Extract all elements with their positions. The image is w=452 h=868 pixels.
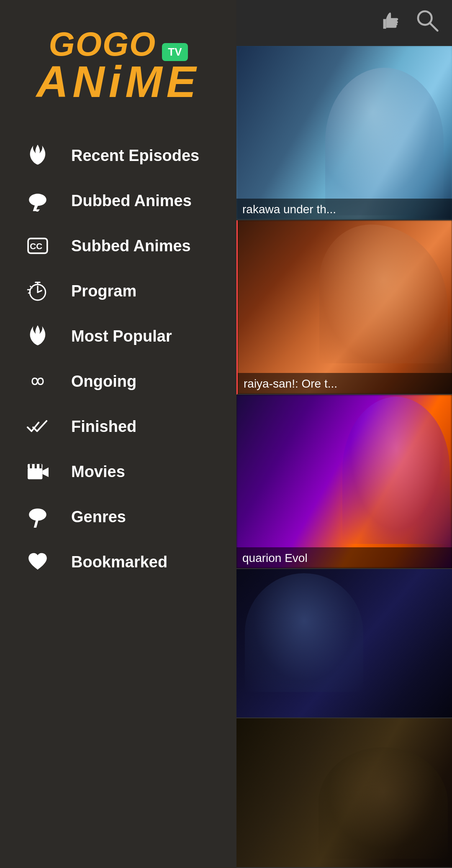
svg-rect-15 [30, 464, 32, 468]
cc-icon-subbed: CC [25, 235, 50, 257]
content-item-3[interactable]: quarion Evol [236, 395, 452, 569]
flame-icon-recent [25, 145, 50, 166]
nav-item-dubbed-animes[interactable]: Dubbed Animes [0, 178, 236, 223]
nav-menu: Recent Episodes Dubbed Animes CC [0, 120, 236, 851]
svg-rect-17 [39, 464, 41, 468]
nav-label-program: Program [71, 282, 136, 300]
right-panel: rakawa under th... raiya-san!: Ore t... … [236, 0, 452, 868]
nav-item-ongoing[interactable]: Ongoing [0, 359, 236, 404]
svg-rect-12 [28, 468, 42, 479]
logo-anime: ANiME [36, 59, 200, 104]
svg-text:CC: CC [30, 241, 42, 251]
nav-label-most-popular: Most Popular [71, 327, 172, 345]
nav-label-movies: Movies [71, 463, 125, 481]
search-button[interactable] [415, 8, 439, 38]
logo-area: GOGO TV ANiME [0, 0, 236, 120]
svg-marker-13 [42, 467, 49, 477]
nav-label-dubbed-animes: Dubbed Animes [71, 192, 192, 210]
nav-item-finished[interactable]: Finished [0, 404, 236, 449]
content-label-2: raiya-san!: Ore t... [238, 373, 452, 395]
nav-item-subbed-animes[interactable]: CC Subbed Animes [0, 223, 236, 268]
content-list: rakawa under th... raiya-san!: Ore t... … [236, 46, 452, 868]
main-container: GOGO TV ANiME Recent Episodes [0, 0, 452, 868]
timer-icon-program [25, 280, 50, 302]
cloud-bolt-icon-dubbed [25, 190, 50, 212]
heart-icon-bookmarked [25, 551, 50, 573]
svg-line-21 [430, 23, 438, 31]
logo: GOGO TV ANiME [36, 25, 200, 104]
nav-label-ongoing: Ongoing [71, 373, 136, 391]
content-label-3: quarion Evol [236, 547, 452, 569]
sidebar: GOGO TV ANiME Recent Episodes [0, 0, 236, 868]
nav-item-genres[interactable]: Genres [0, 494, 236, 539]
content-item-2[interactable]: raiya-san!: Ore t... [236, 220, 452, 395]
nav-item-recent-episodes[interactable]: Recent Episodes [0, 133, 236, 178]
nav-label-finished: Finished [71, 418, 136, 436]
nav-item-movies[interactable]: Movies [0, 449, 236, 494]
nav-label-genres: Genres [71, 508, 126, 526]
nav-item-bookmarked[interactable]: Bookmarked [0, 539, 236, 585]
top-bar [236, 0, 452, 46]
cloud-bolt-icon-genres [25, 506, 50, 528]
content-item-5[interactable] [236, 718, 452, 868]
nav-label-recent-episodes: Recent Episodes [71, 147, 199, 165]
nav-item-most-popular[interactable]: Most Popular [0, 314, 236, 359]
like-button[interactable] [378, 8, 403, 38]
svg-rect-16 [35, 464, 37, 468]
nav-item-program[interactable]: Program [0, 268, 236, 314]
content-label-1: rakawa under th... [236, 199, 452, 220]
nav-label-bookmarked: Bookmarked [71, 553, 167, 571]
infinity-icon-ongoing [25, 370, 50, 392]
clapboard-icon-movies [25, 461, 50, 483]
content-item-1[interactable]: rakawa under th... [236, 46, 452, 220]
content-item-4[interactable] [236, 569, 452, 719]
flame-icon-popular [25, 325, 50, 347]
double-check-icon-finished [25, 416, 50, 437]
nav-label-subbed-animes: Subbed Animes [71, 237, 191, 255]
